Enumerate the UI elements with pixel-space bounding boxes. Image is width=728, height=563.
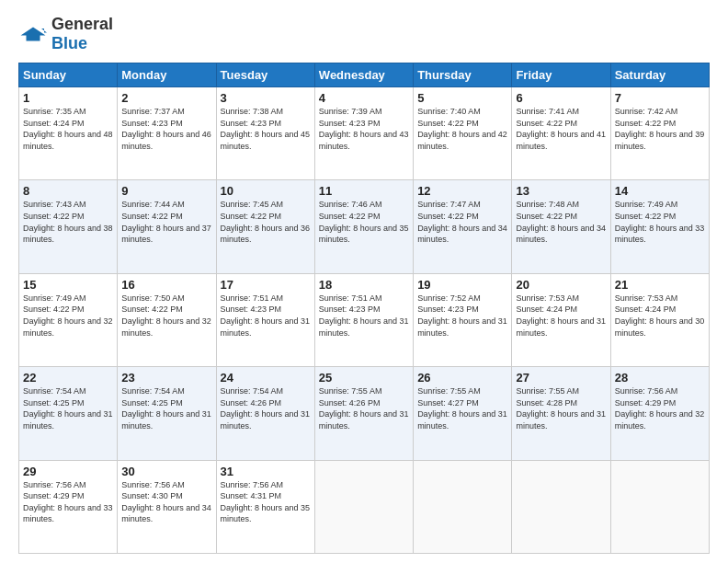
- calendar-cell: 28Sunrise: 7:56 AMSunset: 4:29 PMDayligh…: [610, 367, 709, 460]
- calendar-cell: 24Sunrise: 7:54 AMSunset: 4:26 PMDayligh…: [216, 367, 314, 460]
- calendar-cell: 19Sunrise: 7:52 AMSunset: 4:23 PMDayligh…: [414, 273, 512, 366]
- day-number: 3: [221, 91, 311, 105]
- day-info: Sunrise: 7:55 AMSunset: 4:27 PMDaylight:…: [417, 386, 507, 431]
- day-info: Sunrise: 7:56 AMSunset: 4:29 PMDaylight:…: [615, 386, 705, 431]
- day-number: 23: [121, 371, 211, 385]
- day-number: 25: [319, 371, 409, 385]
- day-number: 1: [23, 91, 113, 105]
- logo-text-blue: Blue: [51, 34, 87, 52]
- calendar-cell: 12Sunrise: 7:47 AMSunset: 4:22 PMDayligh…: [414, 180, 512, 273]
- day-number: 19: [417, 278, 507, 292]
- calendar-week-1: 1Sunrise: 7:35 AMSunset: 4:24 PMDaylight…: [19, 87, 710, 180]
- calendar-cell: 2Sunrise: 7:37 AMSunset: 4:23 PMDaylight…: [118, 87, 216, 180]
- calendar-cell: 13Sunrise: 7:48 AMSunset: 4:22 PMDayligh…: [512, 180, 610, 273]
- svg-marker-0: [21, 28, 46, 41]
- day-number: 13: [516, 184, 606, 198]
- day-info: Sunrise: 7:35 AMSunset: 4:24 PMDaylight:…: [23, 107, 113, 151]
- day-info: Sunrise: 7:55 AMSunset: 4:28 PMDaylight:…: [516, 386, 606, 431]
- calendar-cell: 10Sunrise: 7:45 AMSunset: 4:22 PMDayligh…: [216, 180, 314, 273]
- day-info: Sunrise: 7:54 AMSunset: 4:25 PMDaylight:…: [23, 386, 113, 431]
- day-info: Sunrise: 7:50 AMSunset: 4:22 PMDaylight:…: [121, 293, 211, 338]
- day-info: Sunrise: 7:54 AMSunset: 4:25 PMDaylight:…: [121, 386, 211, 431]
- day-number: 27: [516, 371, 606, 385]
- calendar-cell: 31Sunrise: 7:56 AMSunset: 4:31 PMDayligh…: [216, 460, 314, 553]
- calendar-cell: [314, 460, 413, 553]
- calendar-cell: 5Sunrise: 7:40 AMSunset: 4:22 PMDaylight…: [414, 87, 512, 180]
- day-info: Sunrise: 7:39 AMSunset: 4:23 PMDaylight:…: [319, 107, 409, 151]
- day-number: 20: [516, 278, 606, 292]
- day-number: 14: [615, 184, 705, 198]
- day-info: Sunrise: 7:45 AMSunset: 4:22 PMDaylight:…: [221, 200, 311, 244]
- calendar-header-monday: Monday: [118, 63, 216, 87]
- day-info: Sunrise: 7:56 AMSunset: 4:31 PMDaylight:…: [221, 480, 311, 524]
- day-number: 8: [23, 184, 113, 198]
- day-info: Sunrise: 7:49 AMSunset: 4:22 PMDaylight:…: [615, 200, 705, 244]
- calendar-week-5: 29Sunrise: 7:56 AMSunset: 4:29 PMDayligh…: [19, 460, 710, 553]
- day-number: 30: [121, 465, 211, 478]
- day-number: 28: [615, 371, 705, 385]
- calendar-header-row: SundayMondayTuesdayWednesdayThursdayFrid…: [19, 63, 710, 87]
- day-info: Sunrise: 7:49 AMSunset: 4:22 PMDaylight:…: [23, 293, 113, 338]
- calendar-cell: 16Sunrise: 7:50 AMSunset: 4:22 PMDayligh…: [118, 273, 216, 366]
- day-info: Sunrise: 7:44 AMSunset: 4:22 PMDaylight:…: [121, 200, 211, 244]
- day-number: 11: [319, 184, 409, 198]
- day-number: 4: [319, 91, 409, 105]
- calendar-cell: [610, 460, 709, 553]
- day-info: Sunrise: 7:47 AMSunset: 4:22 PMDaylight:…: [417, 200, 507, 244]
- calendar-week-2: 8Sunrise: 7:43 AMSunset: 4:22 PMDaylight…: [19, 180, 710, 273]
- day-info: Sunrise: 7:52 AMSunset: 4:23 PMDaylight:…: [417, 293, 507, 338]
- day-info: Sunrise: 7:41 AMSunset: 4:22 PMDaylight:…: [516, 107, 606, 151]
- calendar-cell: 23Sunrise: 7:54 AMSunset: 4:25 PMDayligh…: [118, 367, 216, 460]
- calendar-cell: 14Sunrise: 7:49 AMSunset: 4:22 PMDayligh…: [610, 180, 709, 273]
- calendar-cell: 26Sunrise: 7:55 AMSunset: 4:27 PMDayligh…: [414, 367, 512, 460]
- calendar-cell: 6Sunrise: 7:41 AMSunset: 4:22 PMDaylight…: [512, 87, 610, 180]
- day-number: 18: [319, 278, 409, 292]
- day-info: Sunrise: 7:54 AMSunset: 4:26 PMDaylight:…: [221, 386, 311, 431]
- calendar-cell: 7Sunrise: 7:42 AMSunset: 4:22 PMDaylight…: [610, 87, 709, 180]
- svg-marker-1: [41, 29, 47, 33]
- day-info: Sunrise: 7:53 AMSunset: 4:24 PMDaylight:…: [615, 293, 705, 338]
- calendar-cell: 9Sunrise: 7:44 AMSunset: 4:22 PMDaylight…: [118, 180, 216, 273]
- day-info: Sunrise: 7:51 AMSunset: 4:23 PMDaylight:…: [221, 293, 311, 338]
- day-number: 9: [121, 184, 211, 198]
- calendar-cell: 30Sunrise: 7:56 AMSunset: 4:30 PMDayligh…: [118, 460, 216, 553]
- day-info: Sunrise: 7:37 AMSunset: 4:23 PMDaylight:…: [121, 107, 211, 151]
- day-info: Sunrise: 7:56 AMSunset: 4:30 PMDaylight:…: [121, 480, 211, 524]
- calendar-header-thursday: Thursday: [414, 63, 512, 87]
- day-info: Sunrise: 7:55 AMSunset: 4:26 PMDaylight:…: [319, 386, 409, 431]
- day-number: 31: [221, 465, 311, 478]
- day-number: 22: [23, 371, 113, 385]
- day-number: 2: [121, 91, 211, 105]
- day-info: Sunrise: 7:40 AMSunset: 4:22 PMDaylight:…: [417, 107, 507, 151]
- calendar-cell: 11Sunrise: 7:46 AMSunset: 4:22 PMDayligh…: [314, 180, 413, 273]
- day-number: 5: [417, 91, 507, 105]
- calendar-cell: [414, 460, 512, 553]
- day-number: 15: [23, 278, 113, 292]
- calendar-cell: 17Sunrise: 7:51 AMSunset: 4:23 PMDayligh…: [216, 273, 314, 366]
- day-info: Sunrise: 7:48 AMSunset: 4:22 PMDaylight:…: [516, 200, 606, 244]
- day-number: 29: [23, 465, 113, 478]
- calendar-week-3: 15Sunrise: 7:49 AMSunset: 4:22 PMDayligh…: [19, 273, 710, 366]
- day-number: 21: [615, 278, 705, 292]
- calendar-cell: 4Sunrise: 7:39 AMSunset: 4:23 PMDaylight…: [314, 87, 413, 180]
- day-number: 7: [615, 91, 705, 105]
- day-number: 16: [121, 278, 211, 292]
- day-number: 10: [221, 184, 311, 198]
- day-number: 6: [516, 91, 606, 105]
- day-info: Sunrise: 7:53 AMSunset: 4:24 PMDaylight:…: [516, 293, 606, 338]
- day-info: Sunrise: 7:51 AMSunset: 4:23 PMDaylight:…: [319, 293, 409, 338]
- page: General Blue SundayMondayTuesdayWednesda…: [0, 0, 728, 563]
- calendar-header-wednesday: Wednesday: [314, 63, 413, 87]
- day-info: Sunrise: 7:46 AMSunset: 4:22 PMDaylight:…: [319, 200, 409, 244]
- calendar-cell: 27Sunrise: 7:55 AMSunset: 4:28 PMDayligh…: [512, 367, 610, 460]
- calendar-cell: 1Sunrise: 7:35 AMSunset: 4:24 PMDaylight…: [19, 87, 118, 180]
- calendar-cell: 3Sunrise: 7:38 AMSunset: 4:23 PMDaylight…: [216, 87, 314, 180]
- logo-icon: [18, 26, 48, 42]
- calendar-cell: 29Sunrise: 7:56 AMSunset: 4:29 PMDayligh…: [19, 460, 118, 553]
- calendar-cell: [512, 460, 610, 553]
- day-info: Sunrise: 7:43 AMSunset: 4:22 PMDaylight:…: [23, 200, 113, 244]
- calendar-header-friday: Friday: [512, 63, 610, 87]
- day-info: Sunrise: 7:42 AMSunset: 4:22 PMDaylight:…: [615, 107, 705, 151]
- day-info: Sunrise: 7:38 AMSunset: 4:23 PMDaylight:…: [221, 107, 311, 151]
- day-number: 26: [417, 371, 507, 385]
